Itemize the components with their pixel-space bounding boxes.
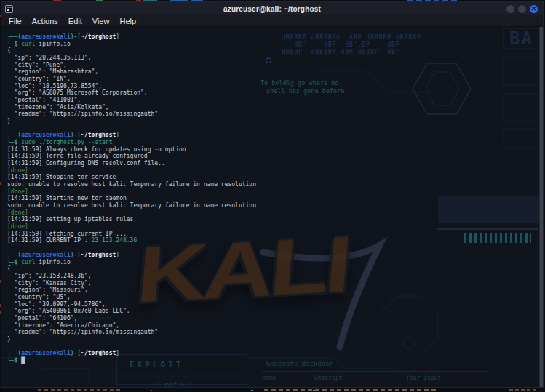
wallpaper-dash [313,390,315,391]
wallpaper-msf-prompt: ( msf > ) [157,381,193,387]
terminal-line: "org": "AS8075 Microsoft Corporation", [7,89,536,97]
terminal-line: └─$ curl ipinfo.io [7,259,536,266]
terminal-line: "region": "Missouri", [7,287,536,294]
terminal-line: } [7,336,536,343]
terminal-line: "ip": "23.153.248.36", [7,273,536,280]
terminal-line: └─$ █ [7,357,536,364]
terminal-line: "timezone": "Asia/Kolkata", [7,104,536,111]
menu-item-help[interactable]: Help [119,17,136,25]
terminal-line: "country": "IN", [7,76,536,83]
titlebar[interactable]: azureuser@kali: ~/torghost ✕ [1,2,543,15]
terminal-line: [done] [7,209,536,217]
terminal-line: [done] [7,167,536,175]
menu-item-file[interactable]: File [9,17,22,25]
terminal-line: sudo: unable to resolve host kali: Tempo… [7,202,536,209]
terminal-line: } [7,118,536,125]
menu-item-actions[interactable]: Actions [32,17,58,25]
menubar: FileActionsEditViewHelp [1,15,543,27]
terminal-line: [14:31:59] Always check for updates usin… [7,146,536,153]
terminal-line: sudo: unable to resolve host kali: Tempo… [7,181,536,188]
terminal-line: "org": "AS400861 0x7c0 Labs LLC", [7,308,536,315]
terminal-line: [14:31:59] Torrc file already configured [7,153,536,160]
terminal-line: [14:31:59] Starting new tor daemon [7,195,536,202]
terminal-line: "postal": "411001", [7,97,536,104]
terminal-line: { [7,265,536,273]
terminal-output: ┌──(azureuser⊛kali)-[~/torghost]└─$ curl… [7,33,536,364]
scrollbar[interactable] [539,27,543,387]
terminal-line: "timezone": "America/Chicago", [7,322,536,329]
terminal-line: "postal": "64106", [7,315,536,322]
terminal-line: └─$ curl ipinfo.io [7,41,536,48]
terminal-line: "readme": "https://ipinfo.io/missingauth… [7,111,536,118]
terminal-line [7,125,536,132]
wallpaper-table-header: Your Input [406,375,479,381]
terminal-line: ┌──(azureuser⊛kali)-[~/torghost] [7,350,536,357]
terminal-line: ┌──(azureuser⊛kali)-[~/torghost] [7,33,536,41]
terminal-line: "region": "Maharashtra", [7,68,536,76]
wallpaper-dash [251,390,253,391]
menu-item-edit[interactable]: Edit [68,17,82,25]
terminal-line: "ip": "20.244.35.113", [7,55,536,62]
window-title: azureuser@kali: ~/torghost [1,5,543,13]
terminal-line: └─$ sudo ./torghost.py --start [7,139,536,146]
desktop: azureuser@kali: ~/torghost ✕ FileActions… [0,0,545,392]
wallpaper-table-header: name [262,375,314,381]
terminal-line: [14:31:59] Stopping tor service [7,174,536,181]
terminal-line: { [7,47,536,55]
terminal-line: ┌──(azureuser⊛kali)-[~/torghost] [7,132,536,139]
terminal-line [7,244,536,252]
menu-item-view[interactable]: View [92,17,110,25]
terminal-line: [14:31:59] CURRENT IP : 23.153.248.36 [7,237,536,244]
terminal-line: "country": "US", [7,294,536,301]
terminal-line: [done] [7,188,536,196]
terminal-line: [14:31:59] Fetching current IP ... [7,231,536,238]
terminal-line [7,343,536,351]
wallpaper-dash [264,389,439,391]
wallpaper-table: nameDescriptYour InputLHOSTThe Listen Ad… [262,371,488,387]
wallpaper-dash [151,390,152,391]
terminal-line: [14:31:59] Configuring DNS resolv.conf f… [7,160,536,167]
terminal-line: "readme": "https://ipinfo.io/missingauth… [7,329,536,336]
wallpaper-dash [38,389,120,391]
terminal-viewport[interactable]: dBBBBP dBBBBBb dBP dBBBBP dBBBBP dB' dBP… [1,27,543,387]
wallpaper-dash [509,389,538,391]
terminal-line: [done] [7,223,536,231]
wallpaper-table-header: Descript [314,375,406,381]
terminal-line: ┌──(azureuser⊛kali)-[~/torghost] [7,252,536,259]
terminal-line: [14:31:59] setting up iptables rules [7,216,536,223]
terminal-line: "loc": "18.5196,73.8554", [7,83,536,90]
terminal-line: "loc": "39.0997,-94.5786", [7,301,536,308]
terminal-window: azureuser@kali: ~/torghost ✕ FileActions… [1,1,544,388]
terminal-line: "city": "Pune", [7,62,536,69]
terminal-line: "city": "Kansas City", [7,280,536,287]
